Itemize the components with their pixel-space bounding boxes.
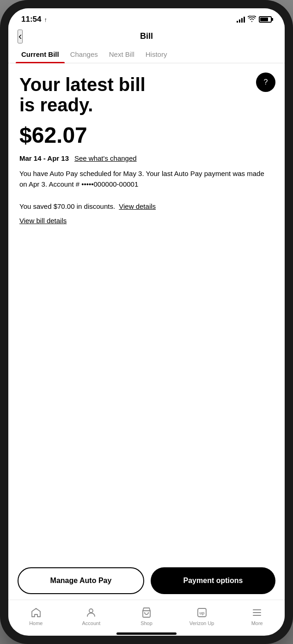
nav-item-verizonup[interactable]: up Verizon Up (174, 605, 230, 628)
phone-screen: 11:54 ↑ (8, 8, 285, 636)
tab-current-bill[interactable]: Current Bill (16, 45, 65, 63)
payment-options-button[interactable]: Payment options (151, 567, 275, 594)
verizonup-icon: up (196, 607, 208, 619)
discount-amount: You saved $70.00 in discounts. (19, 202, 115, 210)
autopay-info: You have Auto Pay scheduled for May 3. Y… (19, 169, 274, 189)
home-nav-label: Home (29, 620, 43, 626)
phone-frame: 11:54 ↑ (0, 0, 293, 644)
account-nav-label: Account (82, 620, 101, 626)
spacer (19, 199, 274, 202)
main-content: ? Your latest bill is ready. $62.07 Mar … (8, 63, 285, 560)
see-changes-link[interactable]: See what's changed (74, 154, 137, 162)
header: ‹ Bill (8, 28, 285, 45)
help-button[interactable]: ? (256, 73, 275, 92)
tab-history[interactable]: History (140, 45, 173, 63)
nav-item-home[interactable]: Home (8, 605, 64, 628)
nav-item-account[interactable]: Account (64, 605, 119, 628)
status-bar: 11:54 ↑ (8, 8, 285, 28)
home-icon (30, 607, 42, 619)
wifi-icon (248, 16, 256, 24)
bill-date-row: Mar 14 - Apr 13 See what's changed (19, 154, 274, 162)
status-icons (237, 16, 272, 24)
account-icon (85, 607, 97, 619)
shop-icon (140, 607, 153, 619)
nav-item-more[interactable]: More (229, 605, 285, 628)
signal-bars-icon (237, 16, 245, 23)
shop-nav-label: Shop (140, 620, 153, 626)
bottom-buttons: Manage Auto Pay Payment options (8, 560, 285, 600)
time-label: 11:54 (21, 15, 41, 24)
tab-navigation: Current Bill Changes Next Bill History (8, 45, 285, 63)
bottom-navigation: Home Account (8, 600, 285, 630)
home-indicator (116, 632, 177, 635)
page-title: Bill (140, 31, 153, 41)
manage-autopay-button[interactable]: Manage Auto Pay (18, 567, 144, 594)
tab-changes[interactable]: Changes (65, 45, 104, 63)
bill-heading: Your latest bill is ready. (19, 74, 149, 115)
svg-text:up: up (199, 611, 204, 615)
location-icon: ↑ (44, 16, 47, 23)
discount-text: You saved $70.00 in discounts. View deta… (19, 202, 274, 210)
svg-point-0 (89, 609, 93, 613)
verizonup-nav-label: Verizon Up (189, 620, 214, 626)
more-nav-label: More (251, 620, 263, 626)
nav-item-shop[interactable]: Shop (119, 605, 174, 628)
bill-date-range: Mar 14 - Apr 13 (19, 154, 69, 162)
bill-amount: $62.07 (19, 122, 274, 148)
back-button[interactable]: ‹ (18, 30, 23, 43)
status-time: 11:54 ↑ (21, 15, 47, 24)
battery-icon (259, 16, 272, 23)
more-icon (251, 607, 263, 619)
question-mark-icon: ? (264, 78, 268, 86)
tab-next-bill[interactable]: Next Bill (104, 45, 140, 63)
view-bill-details-link[interactable]: View bill details (19, 217, 274, 225)
view-discount-details-link[interactable]: View details (119, 202, 156, 210)
